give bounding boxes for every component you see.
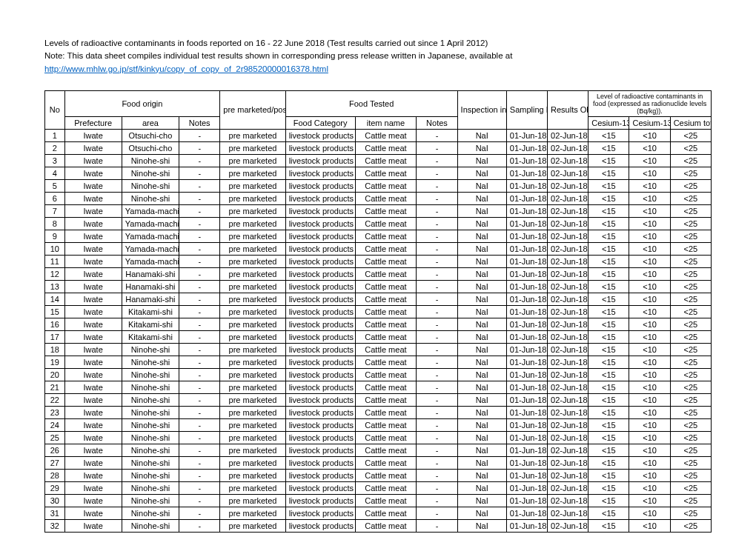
cell-pm: pre marketed	[220, 406, 285, 418]
cell-pm: pre marketed	[220, 242, 285, 255]
cell-insp: NaI	[457, 393, 506, 406]
cell-item: Cattle meat	[355, 330, 417, 343]
cell-c134: <15	[588, 280, 629, 293]
cell-item: Cattle meat	[355, 192, 417, 204]
cell-n2: -	[417, 507, 457, 519]
cell-insp: NaI	[457, 469, 506, 481]
cell-samp: 01-Jun-18	[506, 293, 547, 305]
cell-n1: -	[179, 255, 220, 267]
cell-ctot: <25	[670, 494, 711, 507]
cell-no: 23	[45, 406, 65, 418]
cell-pm: pre marketed	[220, 381, 285, 393]
cell-c134: <15	[588, 343, 629, 356]
cell-c137: <10	[629, 167, 670, 179]
cell-samp: 01-Jun-18	[506, 356, 547, 368]
cell-n1: -	[179, 154, 220, 167]
cell-c137: <10	[629, 154, 670, 167]
cell-item: Cattle meat	[355, 444, 417, 456]
cell-area: Otsuchi-cho	[122, 141, 179, 154]
cell-res: 02-Jun-18	[548, 494, 588, 507]
cell-n1: -	[179, 494, 220, 507]
cell-insp: NaI	[457, 431, 506, 444]
cell-pref: Iwate	[64, 381, 122, 393]
cell-samp: 01-Jun-18	[506, 305, 547, 318]
cell-insp: NaI	[457, 406, 506, 418]
cell-pref: Iwate	[64, 343, 122, 356]
cell-ctot: <25	[670, 481, 711, 494]
cell-area: Hanamaki-shi	[122, 280, 179, 293]
cell-ctot: <25	[670, 393, 711, 406]
cell-ctot: <25	[670, 204, 711, 217]
cell-no: 6	[45, 192, 65, 204]
cell-n2: -	[417, 141, 457, 154]
cell-c134: <15	[588, 154, 629, 167]
cell-item: Cattle meat	[355, 381, 417, 393]
cell-ctot: <25	[670, 305, 711, 318]
cell-c137: <10	[629, 381, 670, 393]
table-row: 7IwateYamada-machi-pre marketedlivestock…	[45, 204, 712, 217]
cell-no: 13	[45, 280, 65, 293]
cell-ctot: <25	[670, 280, 711, 293]
cell-ctot: <25	[670, 381, 711, 393]
cell-pref: Iwate	[64, 141, 122, 154]
table-row: 26IwateNinohe-shi-pre marketedlivestock …	[45, 444, 712, 456]
cell-item: Cattle meat	[355, 406, 417, 418]
cell-area: Yamada-machi	[122, 242, 179, 255]
cell-item: Cattle meat	[355, 343, 417, 356]
cell-res: 02-Jun-18	[548, 469, 588, 481]
cell-ctot: <25	[670, 519, 711, 532]
cell-c134: <15	[588, 242, 629, 255]
cell-c137: <10	[629, 230, 670, 242]
cell-res: 02-Jun-18	[548, 406, 588, 418]
cell-area: Yamada-machi	[122, 217, 179, 230]
cell-pm: pre marketed	[220, 519, 285, 532]
cell-insp: NaI	[457, 192, 506, 204]
cell-item: Cattle meat	[355, 242, 417, 255]
cell-n1: -	[179, 179, 220, 192]
cell-pref: Iwate	[64, 494, 122, 507]
cell-area: Ninohe-shi	[122, 343, 179, 356]
cell-fc: livestock products	[285, 318, 355, 330]
cell-pm: pre marketed	[220, 343, 285, 356]
cell-pm: pre marketed	[220, 129, 285, 141]
cell-pm: pre marketed	[220, 318, 285, 330]
cell-fc: livestock products	[285, 192, 355, 204]
table-row: 13IwateHanamaki-shi-pre marketedlivestoc…	[45, 280, 712, 293]
cell-fc: livestock products	[285, 481, 355, 494]
cell-res: 02-Jun-18	[548, 167, 588, 179]
cell-insp: NaI	[457, 167, 506, 179]
cell-n2: -	[417, 154, 457, 167]
cell-c134: <15	[588, 381, 629, 393]
cell-ctot: <25	[670, 154, 711, 167]
cell-c137: <10	[629, 431, 670, 444]
cell-n1: -	[179, 330, 220, 343]
hdr-item: item name	[355, 116, 417, 129]
cell-ctot: <25	[670, 267, 711, 280]
cell-area: Ninohe-shi	[122, 519, 179, 532]
cell-area: Ninohe-shi	[122, 469, 179, 481]
cell-no: 7	[45, 204, 65, 217]
cell-ctot: <25	[670, 293, 711, 305]
cell-insp: NaI	[457, 368, 506, 381]
cell-n2: -	[417, 444, 457, 456]
table-row: 23IwateNinohe-shi-pre marketedlivestock …	[45, 406, 712, 418]
cell-ctot: <25	[670, 217, 711, 230]
table-row: 12IwateHanamaki-shi-pre marketedlivestoc…	[45, 267, 712, 280]
cell-area: Hanamaki-shi	[122, 267, 179, 280]
cell-samp: 01-Jun-18	[506, 141, 547, 154]
cell-c134: <15	[588, 293, 629, 305]
cell-no: 22	[45, 393, 65, 406]
cell-area: Yamada-machi	[122, 255, 179, 267]
cell-c137: <10	[629, 456, 670, 469]
cell-n2: -	[417, 330, 457, 343]
cell-samp: 01-Jun-18	[506, 167, 547, 179]
source-link[interactable]: http://www.mhlw.go.jp/stf/kinkyu/copy_of…	[44, 64, 328, 73]
cell-pm: pre marketed	[220, 293, 285, 305]
cell-pref: Iwate	[64, 418, 122, 431]
cell-insp: NaI	[457, 356, 506, 368]
cell-item: Cattle meat	[355, 356, 417, 368]
cell-samp: 01-Jun-18	[506, 230, 547, 242]
cell-insp: NaI	[457, 267, 506, 280]
cell-ctot: <25	[670, 141, 711, 154]
cell-pm: pre marketed	[220, 192, 285, 204]
